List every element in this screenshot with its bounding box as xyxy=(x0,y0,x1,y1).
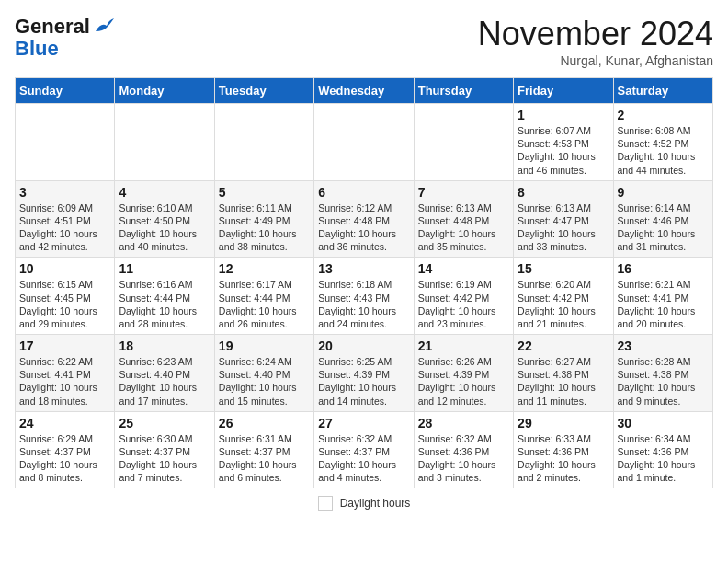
legend-label: Daylight hours xyxy=(340,497,411,510)
calendar-day-cell: 28Sunrise: 6:32 AM Sunset: 4:36 PM Dayli… xyxy=(414,411,513,488)
day-info: Sunrise: 6:12 AM Sunset: 4:48 PM Dayligh… xyxy=(318,201,409,254)
day-number: 26 xyxy=(219,416,310,431)
day-info: Sunrise: 6:23 AM Sunset: 4:40 PM Dayligh… xyxy=(119,355,210,408)
day-number: 5 xyxy=(219,185,310,200)
day-info: Sunrise: 6:11 AM Sunset: 4:49 PM Dayligh… xyxy=(219,201,310,254)
logo-bird-icon xyxy=(94,18,114,35)
day-number: 6 xyxy=(318,185,409,200)
calendar-day-cell: 19Sunrise: 6:24 AM Sunset: 4:40 PM Dayli… xyxy=(214,335,313,412)
calendar-day-cell xyxy=(214,104,313,181)
weekday-header-sunday: Sunday xyxy=(16,78,115,104)
weekday-header-tuesday: Tuesday xyxy=(214,78,313,104)
calendar-day-cell: 25Sunrise: 6:30 AM Sunset: 4:37 PM Dayli… xyxy=(115,411,214,488)
day-number: 4 xyxy=(119,185,210,200)
day-number: 23 xyxy=(618,339,709,353)
calendar-day-cell: 1Sunrise: 6:07 AM Sunset: 4:53 PM Daylig… xyxy=(514,104,613,181)
calendar-day-cell: 12Sunrise: 6:17 AM Sunset: 4:44 PM Dayli… xyxy=(214,258,313,335)
calendar-day-cell: 16Sunrise: 6:21 AM Sunset: 4:41 PM Dayli… xyxy=(613,258,712,335)
day-number: 15 xyxy=(518,261,609,276)
calendar-day-cell: 30Sunrise: 6:34 AM Sunset: 4:36 PM Dayli… xyxy=(613,411,712,488)
day-number: 24 xyxy=(19,416,110,431)
calendar-day-cell: 27Sunrise: 6:32 AM Sunset: 4:37 PM Dayli… xyxy=(314,411,414,488)
day-number: 30 xyxy=(618,416,709,431)
calendar-day-cell: 2Sunrise: 6:08 AM Sunset: 4:52 PM Daylig… xyxy=(613,104,712,181)
day-number: 19 xyxy=(219,339,310,353)
calendar-day-cell xyxy=(314,104,414,181)
weekday-header-friday: Friday xyxy=(514,78,613,104)
calendar-day-cell xyxy=(115,104,214,181)
day-number: 17 xyxy=(19,339,110,353)
logo-blue: Blue xyxy=(15,37,59,61)
day-number: 1 xyxy=(518,108,609,122)
day-info: Sunrise: 6:31 AM Sunset: 4:37 PM Dayligh… xyxy=(219,432,310,485)
location-subtitle: Nurgal, Kunar, Afghanistan xyxy=(478,53,713,68)
legend-box xyxy=(318,496,333,511)
day-number: 27 xyxy=(318,416,409,431)
title-block: November 2024 Nurgal, Kunar, Afghanistan xyxy=(478,15,713,68)
calendar-footer: Daylight hours xyxy=(15,496,713,511)
calendar-week-row: 1Sunrise: 6:07 AM Sunset: 4:53 PM Daylig… xyxy=(16,104,713,181)
calendar-week-row: 3Sunrise: 6:09 AM Sunset: 4:51 PM Daylig… xyxy=(16,180,713,258)
day-info: Sunrise: 6:19 AM Sunset: 4:42 PM Dayligh… xyxy=(418,278,509,330)
day-number: 12 xyxy=(219,261,310,276)
calendar-week-row: 10Sunrise: 6:15 AM Sunset: 4:45 PM Dayli… xyxy=(16,258,713,335)
day-number: 11 xyxy=(119,261,210,276)
day-info: Sunrise: 6:22 AM Sunset: 4:41 PM Dayligh… xyxy=(19,355,110,408)
calendar-week-row: 17Sunrise: 6:22 AM Sunset: 4:41 PM Dayli… xyxy=(16,335,713,412)
day-info: Sunrise: 6:26 AM Sunset: 4:39 PM Dayligh… xyxy=(418,355,509,408)
calendar-day-cell: 20Sunrise: 6:25 AM Sunset: 4:39 PM Dayli… xyxy=(314,335,414,412)
day-number: 22 xyxy=(518,339,609,353)
weekday-header-thursday: Thursday xyxy=(414,78,513,104)
day-number: 7 xyxy=(418,185,509,200)
calendar-day-cell: 14Sunrise: 6:19 AM Sunset: 4:42 PM Dayli… xyxy=(414,258,513,335)
logo-general: General xyxy=(15,15,90,39)
page-header: General Blue November 2024 Nurgal, Kunar… xyxy=(15,15,713,68)
calendar-week-row: 24Sunrise: 6:29 AM Sunset: 4:37 PM Dayli… xyxy=(16,411,713,488)
day-number: 16 xyxy=(618,261,709,276)
day-info: Sunrise: 6:09 AM Sunset: 4:51 PM Dayligh… xyxy=(19,201,110,254)
day-info: Sunrise: 6:28 AM Sunset: 4:38 PM Dayligh… xyxy=(618,355,709,408)
day-info: Sunrise: 6:34 AM Sunset: 4:36 PM Dayligh… xyxy=(618,432,709,485)
weekday-header-wednesday: Wednesday xyxy=(314,78,414,104)
day-info: Sunrise: 6:16 AM Sunset: 4:44 PM Dayligh… xyxy=(119,278,210,330)
day-info: Sunrise: 6:32 AM Sunset: 4:36 PM Dayligh… xyxy=(418,432,509,485)
day-info: Sunrise: 6:30 AM Sunset: 4:37 PM Dayligh… xyxy=(119,432,210,485)
calendar-day-cell xyxy=(16,104,115,181)
day-info: Sunrise: 6:15 AM Sunset: 4:45 PM Dayligh… xyxy=(19,278,110,330)
day-number: 14 xyxy=(418,261,509,276)
calendar-day-cell: 7Sunrise: 6:13 AM Sunset: 4:48 PM Daylig… xyxy=(414,180,513,258)
day-info: Sunrise: 6:17 AM Sunset: 4:44 PM Dayligh… xyxy=(219,278,310,330)
day-info: Sunrise: 6:07 AM Sunset: 4:53 PM Dayligh… xyxy=(518,124,609,177)
day-number: 29 xyxy=(518,416,609,431)
calendar-day-cell: 21Sunrise: 6:26 AM Sunset: 4:39 PM Dayli… xyxy=(414,335,513,412)
day-info: Sunrise: 6:29 AM Sunset: 4:37 PM Dayligh… xyxy=(19,432,110,485)
calendar-day-cell: 15Sunrise: 6:20 AM Sunset: 4:42 PM Dayli… xyxy=(514,258,613,335)
day-number: 8 xyxy=(518,185,609,200)
day-info: Sunrise: 6:08 AM Sunset: 4:52 PM Dayligh… xyxy=(618,124,709,177)
calendar-day-cell: 13Sunrise: 6:18 AM Sunset: 4:43 PM Dayli… xyxy=(314,258,414,335)
calendar-day-cell: 5Sunrise: 6:11 AM Sunset: 4:49 PM Daylig… xyxy=(214,180,313,258)
calendar-day-cell: 9Sunrise: 6:14 AM Sunset: 4:46 PM Daylig… xyxy=(613,180,712,258)
day-number: 25 xyxy=(119,416,210,431)
day-number: 18 xyxy=(119,339,210,353)
day-number: 28 xyxy=(418,416,509,431)
day-number: 21 xyxy=(418,339,509,353)
weekday-header-monday: Monday xyxy=(115,78,214,104)
day-info: Sunrise: 6:21 AM Sunset: 4:41 PM Dayligh… xyxy=(618,278,709,330)
day-number: 10 xyxy=(19,261,110,276)
logo: General Blue xyxy=(15,15,114,61)
calendar-day-cell: 29Sunrise: 6:33 AM Sunset: 4:36 PM Dayli… xyxy=(514,411,613,488)
calendar-day-cell: 6Sunrise: 6:12 AM Sunset: 4:48 PM Daylig… xyxy=(314,180,414,258)
calendar-table: SundayMondayTuesdayWednesdayThursdayFrid… xyxy=(15,77,713,488)
day-info: Sunrise: 6:20 AM Sunset: 4:42 PM Dayligh… xyxy=(518,278,609,330)
calendar-day-cell: 18Sunrise: 6:23 AM Sunset: 4:40 PM Dayli… xyxy=(115,335,214,412)
calendar-day-cell: 22Sunrise: 6:27 AM Sunset: 4:38 PM Dayli… xyxy=(514,335,613,412)
calendar-day-cell: 8Sunrise: 6:13 AM Sunset: 4:47 PM Daylig… xyxy=(514,180,613,258)
calendar-day-cell: 23Sunrise: 6:28 AM Sunset: 4:38 PM Dayli… xyxy=(613,335,712,412)
calendar-day-cell: 24Sunrise: 6:29 AM Sunset: 4:37 PM Dayli… xyxy=(16,411,115,488)
calendar-day-cell: 26Sunrise: 6:31 AM Sunset: 4:37 PM Dayli… xyxy=(214,411,313,488)
day-info: Sunrise: 6:33 AM Sunset: 4:36 PM Dayligh… xyxy=(518,432,609,485)
day-number: 13 xyxy=(318,261,409,276)
day-info: Sunrise: 6:13 AM Sunset: 4:47 PM Dayligh… xyxy=(518,201,609,254)
calendar-day-cell: 4Sunrise: 6:10 AM Sunset: 4:50 PM Daylig… xyxy=(115,180,214,258)
